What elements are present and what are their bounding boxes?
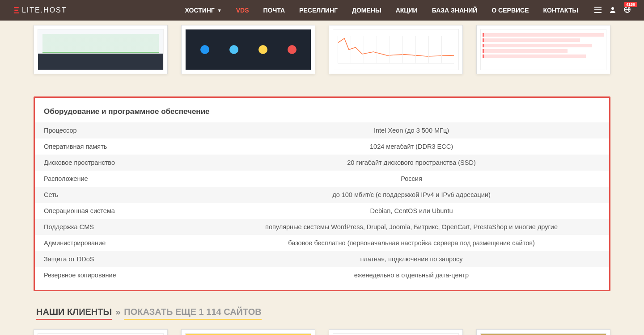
brand-logo[interactable]: Ξ LITE.HOST <box>13 5 67 16</box>
client-thumb-4[interactable]: Chef in Shorts lorem ipsum dolor sit <box>476 329 610 335</box>
svg-rect-1 <box>594 9 602 10</box>
spec-row: Оперативная память1024 мегабайт (DDR3 EC… <box>35 138 609 155</box>
svg-rect-0 <box>594 7 602 8</box>
chevron-down-icon: ▼ <box>217 8 222 13</box>
screenshot-thumb-3[interactable] <box>329 25 463 74</box>
spec-label: Администрирование <box>44 239 223 247</box>
spec-value: 20 гигабайт дискового пространства (SSD) <box>223 159 600 166</box>
show-more-clients-link[interactable]: ПОКАЗАТЬ ЕЩЕ 1 114 САЙТОВ <box>124 307 261 320</box>
spec-row: Защита от DDoSплатная, подключение по за… <box>35 251 609 267</box>
spec-row: Администрированиебазовое бесплатно (перв… <box>35 235 609 251</box>
spec-label: Поддержка CMS <box>44 223 223 230</box>
spec-label: Процессор <box>44 127 223 134</box>
nav-mail[interactable]: ПОЧТА <box>256 0 292 21</box>
spec-value: Россия <box>223 175 600 182</box>
screenshot-thumb-2[interactable] <box>181 25 315 74</box>
clients-title: НАШИ КЛИЕНТЫ <box>36 307 112 320</box>
svg-rect-2 <box>594 12 602 13</box>
logo-icon: Ξ <box>13 5 20 16</box>
nav-hosting[interactable]: ХОСТИНГ ▼ <box>178 0 229 21</box>
spec-label: Оперативная память <box>44 143 223 150</box>
nav-knowledge[interactable]: БАЗА ЗНАНИЙ <box>425 0 485 21</box>
spec-value: Debian, CentOS или Ubuntu <box>223 207 600 214</box>
screenshot-thumb-4[interactable] <box>476 25 610 74</box>
arrow-right-icon: » <box>115 307 120 317</box>
hardware-software-specs: Оборудование и программное обеспечение П… <box>34 96 610 291</box>
main-nav: ХОСТИНГ ▼ VDS ПОЧТА РЕСЕЛЛИНГ ДОМЕНЫ АКЦ… <box>178 0 585 21</box>
client-thumbnails: Монтаж пожарной сигнализации Услуги ГАЗО… <box>34 329 610 335</box>
spec-label: Защита от DDoS <box>44 255 223 263</box>
svg-point-3 <box>611 7 614 10</box>
client-thumb-3[interactable]: Эксклюзивные композицииот 2 999 руб <box>329 329 463 335</box>
notification-badge: 4156 <box>624 2 637 7</box>
spec-row: Операционная системаDebian, CentOS или U… <box>35 203 609 219</box>
spec-value: 1024 мегабайт (DDR3 ECC) <box>223 143 600 150</box>
spec-row: ПроцессорIntel Xeon (до 3 500 МГц) <box>35 122 609 138</box>
spec-value: базовое бесплатно (первоначальная настро… <box>223 239 600 247</box>
client-thumb-1[interactable]: Монтаж пожарной сигнализации Услуги <box>34 329 168 335</box>
spec-row: Дисковое пространство20 гигабайт дисково… <box>35 155 609 171</box>
nav-reselling[interactable]: РЕСЕЛЛИНГ <box>292 0 345 21</box>
control-panel-screenshots <box>34 21 610 74</box>
client-thumb-2[interactable]: ГАЗОСНАБЖЕНИЕ <box>181 329 315 335</box>
spec-label: Дисковое пространство <box>44 159 223 166</box>
nav-about[interactable]: О СЕРВИСЕ <box>484 0 536 21</box>
spec-value: до 100 мбит/с (с поддержкой IPv4 и IPv6 … <box>223 191 600 198</box>
nav-contacts[interactable]: КОНТАКТЫ <box>536 0 585 21</box>
spec-label: Сеть <box>44 191 223 198</box>
spec-value: Intel Xeon (до 3 500 МГц) <box>223 127 600 134</box>
specs-heading: Оборудование и программное обеспечение <box>35 105 609 122</box>
user-icon[interactable] <box>610 7 616 14</box>
spec-row: Поддержка CMSпопулярные системы WordPres… <box>35 219 609 235</box>
spec-row: Резервное копированиееженедельно в отдел… <box>35 267 609 283</box>
globe-icon[interactable]: 4156 <box>624 6 631 14</box>
clients-heading-row: НАШИ КЛИЕНТЫ » ПОКАЗАТЬ ЕЩЕ 1 114 САЙТОВ <box>34 307 610 320</box>
spec-row: Сетьдо 100 мбит/с (с поддержкой IPv4 и I… <box>35 187 609 203</box>
spec-value: платная, подключение по запросу <box>223 255 600 263</box>
nav-utility-icons: 4156 <box>594 6 631 14</box>
spec-label: Операционная система <box>44 207 223 214</box>
spec-value: популярные системы WordPress, Drupal, Jo… <box>223 223 600 230</box>
nav-promo[interactable]: АКЦИИ <box>389 0 425 21</box>
nav-vds[interactable]: VDS <box>229 0 256 21</box>
nav-domains[interactable]: ДОМЕНЫ <box>345 0 389 21</box>
screenshot-thumb-1[interactable] <box>34 25 168 74</box>
spec-label: Расположение <box>44 175 223 182</box>
spec-value: еженедельно в отдельный дата-центр <box>223 272 600 279</box>
brand-name: LITE.HOST <box>22 6 67 14</box>
menu-grid-icon[interactable] <box>594 7 602 14</box>
top-navigation-bar: Ξ LITE.HOST ХОСТИНГ ▼ VDS ПОЧТА РЕСЕЛЛИН… <box>0 0 644 21</box>
spec-label: Резервное копирование <box>44 272 223 279</box>
spec-row: РасположениеРоссия <box>35 171 609 187</box>
